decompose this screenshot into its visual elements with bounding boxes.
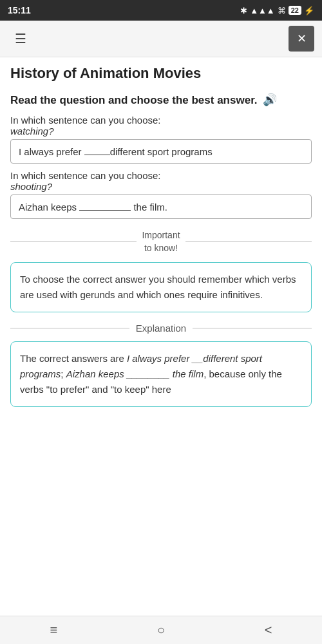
- close-icon: ✕: [297, 32, 307, 46]
- question-2-label: In which sentence can you choose: shooti…: [10, 170, 312, 192]
- menu-button[interactable]: ☰: [8, 26, 33, 52]
- bottom-menu-icon: ≡: [50, 623, 58, 638]
- bottom-menu-button[interactable]: ≡: [0, 616, 108, 644]
- question-1-label: In which sentence can you choose: watchi…: [10, 115, 312, 137]
- bottom-back-button[interactable]: <: [214, 616, 322, 644]
- question-2-keyword: shooting?: [10, 181, 52, 192]
- page-title: History of Animation Movies: [0, 57, 322, 87]
- question-1-keyword: watching?: [10, 126, 54, 137]
- main-content: Read the question and choose the best an…: [0, 87, 322, 417]
- explanation-label: Explanation: [136, 323, 186, 334]
- bottom-back-icon: <: [265, 623, 272, 638]
- speaker-icon[interactable]: 🔊: [263, 92, 277, 108]
- charging-icon: ⚡: [304, 6, 314, 15]
- close-button[interactable]: ✕: [289, 26, 314, 52]
- explanation-divider: Explanation: [10, 323, 312, 334]
- hamburger-icon: ☰: [15, 31, 26, 46]
- battery-badge: 22: [289, 6, 301, 15]
- info-box: To choose the correct answer you should …: [10, 262, 312, 312]
- info-box-text: To choose the correct answer you should …: [20, 274, 296, 300]
- answer-box-2[interactable]: Aizhan keeps the film.: [10, 194, 312, 219]
- top-nav: ☰ ✕: [0, 21, 322, 57]
- answer-box-1[interactable]: I always prefer different sport programs: [10, 139, 312, 164]
- wifi-icon: ⌘: [278, 6, 286, 15]
- status-time: 15:11: [8, 5, 31, 15]
- divider-line-left: [10, 242, 137, 242]
- explanation-text: The correct answers are I always prefer …: [20, 353, 282, 395]
- answer-text-1: I always prefer different sport programs: [19, 146, 213, 157]
- bluetooth-icon: ✱: [240, 6, 247, 15]
- signal-icon: ▲▲▲: [250, 6, 275, 15]
- bottom-home-icon: ○: [157, 623, 165, 638]
- status-bar: 15:11 ✱ ▲▲▲ ⌘ 22 ⚡: [0, 0, 322, 21]
- exp-divider-left: [10, 328, 129, 328]
- divider-line-right: [185, 242, 312, 242]
- answer-text-2: Aizhan keeps the film.: [19, 202, 167, 213]
- status-icons: ✱ ▲▲▲ ⌘ 22 ⚡: [240, 6, 314, 15]
- important-divider: Important to know!: [10, 229, 312, 254]
- important-label: Important to know!: [142, 229, 180, 254]
- instruction-label: Read the question and choose the best an…: [10, 94, 258, 106]
- exp-divider-right: [193, 328, 312, 328]
- explanation-box: The correct answers are I always prefer …: [10, 341, 312, 407]
- bottom-home-button[interactable]: ○: [108, 616, 215, 644]
- instruction-text: Read the question and choose the best an…: [10, 92, 312, 108]
- bottom-nav: ≡ ○ <: [0, 616, 322, 644]
